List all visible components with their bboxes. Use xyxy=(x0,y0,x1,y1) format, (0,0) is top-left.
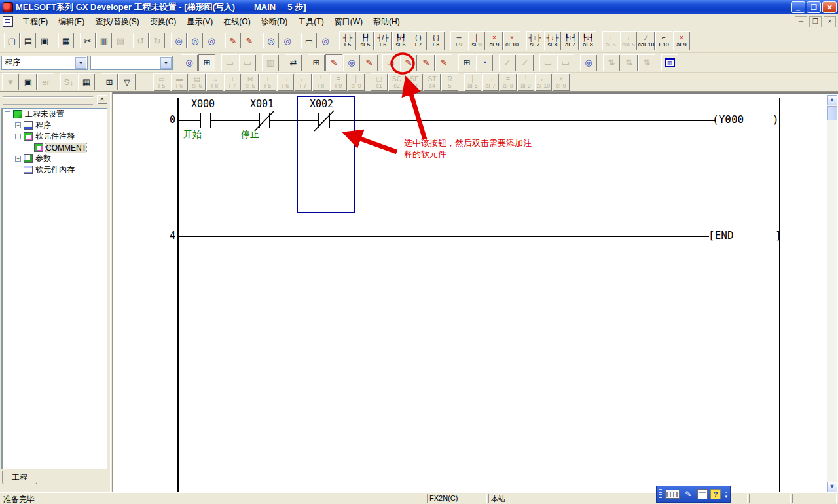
screen-switch-button[interactable]: ▭ xyxy=(301,33,317,48)
ladder-edit-mode-button[interactable]: ✎ xyxy=(325,54,342,71)
undo-button[interactable]: ↺ xyxy=(133,33,149,48)
menu-project[interactable]: 工程(F) xyxy=(17,15,53,29)
sfc-simultaneous-convergence-button[interactable]: =F9 xyxy=(330,73,347,91)
horizontal-line-button[interactable]: ─F9 xyxy=(450,31,467,50)
cut-button[interactable]: ✂ xyxy=(80,33,96,48)
sfc-sort-button[interactable]: S↓ xyxy=(60,73,77,90)
window-close-button[interactable]: ✕ xyxy=(822,1,837,13)
zoom-in-button[interactable]: ◎ xyxy=(263,33,279,48)
closed-contact-button[interactable]: ┤/├F6 xyxy=(374,31,392,50)
vertical-line-button[interactable]: │sF9 xyxy=(468,31,485,50)
help-icon[interactable]: ? xyxy=(710,489,721,499)
paste-button[interactable]: ▨ xyxy=(113,33,128,48)
error-check-button[interactable]: er xyxy=(37,73,54,90)
child-close-button[interactable]: × xyxy=(824,16,836,27)
redo-button[interactable]: ↻ xyxy=(149,33,165,48)
notepad-icon[interactable] xyxy=(697,489,708,499)
sort-asc-button[interactable]: Z xyxy=(499,54,516,71)
sfc-symbol-end-step-button[interactable]: ⊥F7 xyxy=(224,73,241,91)
child-restore-button[interactable]: ❐ xyxy=(809,16,822,27)
menu-window[interactable]: 窗口(W) xyxy=(329,15,368,29)
sfc-comment-st-button[interactable]: STc4 xyxy=(424,73,441,91)
sfc-step-button[interactable]: ▼ xyxy=(2,73,19,90)
combo-arrow-icon[interactable]: ▼ xyxy=(75,57,86,69)
menu-diagnostics[interactable]: 诊断(D) xyxy=(256,15,293,29)
scroll-down-icon[interactable]: ▼ xyxy=(827,482,837,492)
tree-item-project-root[interactable]: - 工程未设置 xyxy=(2,109,107,120)
menu-online[interactable]: 在线(O) xyxy=(218,15,255,29)
line-erase-button[interactable]: ×aF9 xyxy=(673,31,690,50)
line-draw-button[interactable]: ⌐F10 xyxy=(655,31,672,50)
note-edit-button[interactable]: ✎ xyxy=(435,54,452,71)
parameter-tree-button[interactable]: ⊞ xyxy=(308,54,325,71)
sfc-comment-c1-button[interactable]: ▢c1 xyxy=(371,73,388,91)
sfc-comment-sc-button[interactable]: SCc2 xyxy=(388,73,405,91)
parallel-closed-contact-button[interactable]: ┞/┦sF6 xyxy=(392,31,409,50)
sfc-comment-se-button[interactable]: SEc3 xyxy=(406,73,423,91)
sfc-zoom-button[interactable]: ▽ xyxy=(118,73,136,90)
rung-insert-button[interactable]: ⇅ xyxy=(638,54,655,71)
panel-grip[interactable] xyxy=(3,96,93,105)
sfc-a-delete-button[interactable]: ×cF9 xyxy=(553,73,570,91)
macro-list-button[interactable]: ▭ xyxy=(239,54,256,71)
scroll-thumb[interactable] xyxy=(827,106,837,120)
keyboard-icon[interactable] xyxy=(665,490,680,499)
line-delete-button[interactable]: ⇅ xyxy=(621,54,638,71)
write-mode-button[interactable]: ✎ xyxy=(361,54,378,71)
save-button[interactable]: ▣ xyxy=(37,33,52,48)
new-button[interactable]: ▢ xyxy=(4,33,20,48)
tree-item-program[interactable]: + 程序 xyxy=(2,120,107,131)
langbar-grip[interactable] xyxy=(659,489,662,499)
rising-button[interactable]: ↑aF5 xyxy=(602,31,619,50)
block-combobox[interactable]: ▼ xyxy=(90,56,173,70)
coil-button[interactable]: ( )F7 xyxy=(410,31,427,50)
read-mode-button[interactable]: ◎ xyxy=(343,54,360,71)
sfc-transition-button[interactable]: +F5 xyxy=(259,73,276,91)
parallel-open-contact-button[interactable]: ┞┦sF5 xyxy=(357,31,374,50)
open-button[interactable]: ▤ xyxy=(20,33,36,48)
panel-close-icon[interactable]: × xyxy=(97,95,107,104)
tree-expander-icon[interactable]: + xyxy=(15,156,21,162)
tree-expander-icon[interactable]: - xyxy=(5,111,10,117)
sfc-symbol-step-button[interactable]: ▭F5 xyxy=(153,73,170,91)
sfc-selection-divergence-button[interactable]: ¬F6 xyxy=(277,73,294,91)
delete-vertical-line-button[interactable]: ×cF10 xyxy=(503,31,520,50)
sfc-a-line-button[interactable]: ⌐aF10 xyxy=(535,73,552,91)
find-instruction-button[interactable]: ◎ xyxy=(204,33,219,48)
copy-button[interactable]: ▥ xyxy=(96,33,112,48)
monitor-start-button[interactable]: ▥ xyxy=(661,54,678,71)
program-type-combobox[interactable]: 程序 ▼ xyxy=(1,56,88,70)
print-button[interactable]: ▦ xyxy=(58,33,74,48)
window-restore-button[interactable]: ❐ xyxy=(807,1,821,13)
sfc-symbol-block-step-button[interactable]: ⊠sF5 xyxy=(242,73,259,91)
block-list-button[interactable]: ⊞ xyxy=(458,54,475,71)
menu-tools[interactable]: 工具(T) xyxy=(293,15,329,29)
menu-convert[interactable]: 变换(C) xyxy=(145,15,182,29)
tree-item-device-memory[interactable]: 软元件内存 xyxy=(2,164,107,175)
open-contact-button[interactable]: ┤├F5 xyxy=(339,31,356,50)
sfc-a-divergence-button[interactable]: ¬aF7 xyxy=(482,73,499,91)
ladder-logic-test-button[interactable]: ⇄ xyxy=(285,54,302,71)
tree-item-parameter[interactable]: + 参数 xyxy=(2,153,107,164)
monitor-mode-button[interactable]: ▭ xyxy=(382,54,399,71)
device-find-button[interactable]: ◎ xyxy=(580,54,597,71)
langbar-options-icon[interactable]: ▪▾ xyxy=(725,490,727,499)
vertical-scrollbar[interactable]: ▲ ▼ xyxy=(827,95,837,492)
device-batch-button[interactable]: ✎ xyxy=(242,33,257,48)
menu-view[interactable]: 显示(V) xyxy=(181,15,218,29)
instruction-list-button[interactable]: ▥ xyxy=(262,54,279,71)
device-test-button[interactable]: ✎ xyxy=(225,33,241,48)
menu-find-replace[interactable]: 查找/替换(S) xyxy=(90,15,144,29)
sfc-simultaneous-divergence-button[interactable]: ⌐F7 xyxy=(295,73,312,91)
sfc-symbol-jump-button[interactable]: →F8 xyxy=(206,73,223,91)
project-data-find-button[interactable]: ◎ xyxy=(181,54,198,71)
block-param-button[interactable]: ▦ xyxy=(78,73,95,90)
application-instruction-button[interactable]: { }F8 xyxy=(428,31,445,50)
sfc-a-vertical-button[interactable]: │aF5 xyxy=(464,73,481,91)
end-instruction[interactable]: [END xyxy=(708,229,734,242)
statement-edit-button[interactable]: ✎ xyxy=(418,54,435,71)
tree-expander-icon[interactable]: + xyxy=(15,122,21,128)
sfc-comment-r-button[interactable]: R5 xyxy=(441,73,458,91)
tree-expander-icon[interactable]: - xyxy=(15,134,21,139)
falling-button[interactable]: ↓caF5 xyxy=(620,31,637,50)
